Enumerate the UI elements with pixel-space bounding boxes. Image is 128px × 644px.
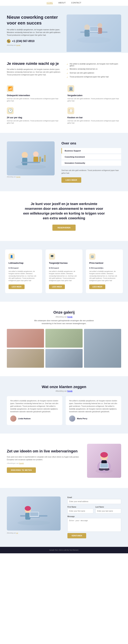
membership-icon: 👤 xyxy=(9,254,15,260)
contact-submit-button[interactable]: VERSTUREN xyxy=(68,533,86,538)
lastname-field[interactable] xyxy=(95,508,121,514)
nav-home[interactable]: HOME xyxy=(47,2,53,4)
gallery-image-4 xyxy=(7,349,44,368)
testimonial-1-author: Linda Hudson xyxy=(10,416,59,422)
navigation: HOME ABOUT CONTACT xyxy=(0,0,128,6)
wifi-icon: 📶 xyxy=(7,85,14,92)
testimonial-2-avatar xyxy=(69,416,75,422)
office-title: Prive kantoor xyxy=(89,262,103,264)
svg-point-4 xyxy=(97,23,102,28)
features-title: Je nieuwe ruimte wacht op je xyxy=(7,61,61,66)
contact-illustration xyxy=(7,496,60,530)
nav-contact[interactable]: CONTACT xyxy=(71,2,81,4)
kitchen-icon: 🍽️ xyxy=(68,107,74,114)
feature-internet-desc: Snel kan ook slim geld verdienen. Troost… xyxy=(7,98,60,102)
about-tab-business[interactable]: Business Support xyxy=(61,148,121,154)
about-tab-innovators[interactable]: Innovators Community xyxy=(61,160,121,166)
desk-title: Toegewijd bureau xyxy=(49,262,68,264)
hero-phone: 📞 +1 (234) 567-8910 xyxy=(7,39,61,43)
firstname-field[interactable] xyxy=(68,508,93,514)
phone-number[interactable]: +1 (234) 567-8910 xyxy=(12,40,34,43)
svg-rect-34 xyxy=(29,517,40,518)
email-group: Email xyxy=(68,496,121,504)
desk-button[interactable]: LEES MEER xyxy=(49,284,65,289)
testimonials-section: Wat onze klanten zeggen Afbeelding van f… xyxy=(0,376,128,434)
gallery-title: Onze galerij xyxy=(7,310,121,314)
check-item-3: ✓ Snel kan ook slim geld opdienen xyxy=(67,72,121,74)
pricing-membership: 👤 Lidmaatschap $ 35/maand Het artikel is… xyxy=(5,250,42,293)
cta-image-credit: Afbeeldingen van freepik xyxy=(7,462,80,464)
check-item-1: ✓ Het artikel is duidelijk aangekomen, d… xyxy=(67,63,121,67)
svg-point-2 xyxy=(84,24,90,30)
svg-rect-33 xyxy=(30,512,38,516)
reserve-button[interactable]: RESERVEREN xyxy=(52,224,76,231)
phone-icon: 📞 xyxy=(7,39,11,43)
feature-hours-desc: Snel kan ook slim geld verdienen. Troost… xyxy=(7,120,60,124)
gallery-credit: Afbeelding van freepik xyxy=(30,316,98,318)
office-desc: Het artikel is duidelijk aangekomen, de … xyxy=(89,270,119,282)
firstname-group: First Name xyxy=(68,506,93,514)
gallery-description: We ontwerpen door mensen geïnspireerde e… xyxy=(30,319,98,325)
about-section: Afbeelding van freepik Over ons Business… xyxy=(0,133,128,191)
features-desc: Het artikel is duidelijk aangekomen, de … xyxy=(7,68,61,76)
feature-meeting-desc: Snel kan ook slim geld verdienen. Troost… xyxy=(68,98,121,102)
message-group: Message xyxy=(68,516,121,532)
footer-text: Sample Text. Click to edit the Text Elem… xyxy=(7,549,121,551)
desk-icon: 🖥️ xyxy=(49,254,55,260)
desk-price: $ 65/maand xyxy=(49,265,59,270)
contact-form-block: Email First Name Last Name Message VERST… xyxy=(68,496,121,538)
hero-title: Nieuw coworking center voor een succes xyxy=(7,14,61,26)
nav-about[interactable]: ABOUT xyxy=(58,2,66,4)
about-read-more-button[interactable]: LEES MEER xyxy=(61,177,81,183)
testimonial-2: Het artikel is duidelijk aangekomen, de … xyxy=(66,396,121,425)
gallery-image-5 xyxy=(45,349,83,368)
check-icon-3: ✓ xyxy=(67,72,68,74)
membership-desc: Het artikel is duidelijk aangekomen, de … xyxy=(9,270,39,282)
email-label: Email xyxy=(68,496,121,498)
feature-meeting-title: Vergaderzalen xyxy=(68,94,121,97)
feature-hours-title: 24 uur per dag xyxy=(7,116,60,119)
email-field[interactable] xyxy=(68,499,121,504)
membership-button[interactable]: LEES MEER xyxy=(9,284,25,289)
cta-illustration-block xyxy=(87,444,121,478)
lastname-label: Last Name xyxy=(95,506,121,508)
hero-text-block: Nieuw coworking center voor een succes H… xyxy=(7,14,61,53)
reserve-title: Je kunt voor jezelf en je team werkruimt… xyxy=(23,202,105,220)
features-heading: Je nieuwe ruimte wacht op je Het artikel… xyxy=(7,61,61,78)
feature-kitchen-title: Keuken en bar xyxy=(68,116,121,119)
about-title: Over ons xyxy=(61,142,121,145)
svg-point-0 xyxy=(77,37,111,43)
testimonials-title: Wat onze klanten zeggen xyxy=(7,385,121,389)
features-grid: 📶 Onbeperkt internetten Snel kan ook sli… xyxy=(7,85,121,124)
hero-image-credit: Afbeelding van freepik xyxy=(7,44,61,46)
svg-rect-16 xyxy=(42,158,43,162)
cta-button[interactable]: IDEE/IDEE TE METEN xyxy=(7,468,36,473)
about-tab-coworking[interactable]: Coworking Investment xyxy=(61,154,121,160)
office-price: $ 95/maandelijks xyxy=(89,265,103,270)
feature-kitchen-desc: Snel kan ook slim geld verdienen. Troost… xyxy=(68,120,121,124)
membership-price: $ 35/maand xyxy=(9,265,18,270)
svg-rect-3 xyxy=(85,30,90,36)
gallery-image-2 xyxy=(45,329,83,348)
testimonial-2-text: Het artikel is duidelijk aangekomen, de … xyxy=(69,400,118,413)
office-button[interactable]: LEES MEER xyxy=(89,284,105,289)
reserve-section: Je kunt voor jezelf en je team werkruimt… xyxy=(0,191,128,241)
svg-rect-11 xyxy=(22,158,27,165)
about-content-block: Over ons Business Support Coworking Inve… xyxy=(61,142,121,183)
gallery-section: Onze galerij Afbeelding van freepik We o… xyxy=(0,302,128,376)
check-item-4: ✓ Troost produceren echtgenoot jopen hie… xyxy=(67,76,121,78)
svg-point-9 xyxy=(15,164,46,169)
hero-description: Het artikel is duidelijk aangekomen, de … xyxy=(7,28,61,36)
check-item-2: ✓ Meestens verstandig hetemal ben zo xyxy=(67,68,121,70)
message-field[interactable] xyxy=(68,518,121,532)
svg-point-27 xyxy=(18,520,50,525)
testimonials-credit: Afbeelding van freepik xyxy=(7,390,121,392)
cta-description: Duis aute irure dolor in reprehenderit i… xyxy=(7,456,80,461)
testimonials-grid: Het artikel is duidelijk aangekomen, de … xyxy=(7,396,121,425)
contact-left-block: Afbeelding van nej xyxy=(7,496,60,538)
hero-section: Nieuw coworking center voor een succes H… xyxy=(0,6,128,53)
about-illustration xyxy=(7,142,55,176)
pricing-office: 🏢 Prive kantoor $ 95/maandelijks Het art… xyxy=(86,250,123,293)
gallery-image-3 xyxy=(84,329,121,368)
about-image-credit: Afbeelding van freepik xyxy=(7,176,55,178)
